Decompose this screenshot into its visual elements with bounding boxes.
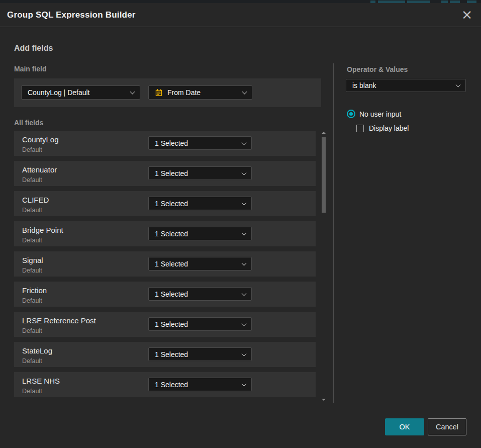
field-subtitle: Default (22, 207, 42, 214)
chevron-down-icon (242, 381, 247, 386)
chevron-down-icon (242, 200, 247, 205)
field-select-value: From Date (167, 88, 201, 97)
field-row: StateLog Default 1 Selected (14, 342, 316, 367)
dialog-group-sql-expression-builder: Group SQL Expression Builder × Add field… (0, 0, 481, 448)
field-selected-dropdown[interactable]: 1 Selected (148, 287, 252, 301)
field-subtitle: Default (22, 146, 42, 153)
field-selected-dropdown[interactable]: 1 Selected (148, 227, 252, 240)
checkbox-unchecked-icon[interactable] (356, 125, 364, 132)
layer-select-value: CountyLog | Default (28, 88, 90, 97)
field-selected-value: 1 Selected (155, 290, 188, 298)
field-selected-dropdown[interactable]: 1 Selected (148, 317, 252, 331)
field-name: LRSE NHS (22, 377, 60, 385)
field-name: LRSE Reference Post (22, 316, 96, 325)
field-row: CLIFED Default 1 Selected (14, 191, 316, 216)
chevron-down-icon (242, 291, 247, 296)
titlebar-divider (0, 27, 481, 27)
operator-select-value: is blank (352, 81, 376, 89)
field-row: CountyLog Default 1 Selected (14, 131, 316, 156)
ok-button[interactable]: OK (385, 418, 424, 435)
chevron-down-icon (242, 321, 247, 326)
scroll-down-icon[interactable] (322, 399, 326, 401)
chevron-down-icon (242, 89, 247, 95)
dialog-titlebar: Group SQL Expression Builder × (0, 3, 481, 27)
field-selected-value: 1 Selected (155, 139, 188, 147)
operator-select[interactable]: is blank (346, 79, 466, 92)
radio-selected-icon[interactable] (347, 110, 355, 118)
scrollbar-thumb[interactable] (322, 137, 326, 213)
field-selected-dropdown[interactable]: 1 Selected (148, 378, 252, 391)
chevron-down-icon (130, 89, 135, 95)
field-name: StateLog (22, 346, 52, 355)
field-row: Bridge Point Default 1 Selected (14, 221, 316, 246)
no-user-input-option[interactable]: No user input (347, 110, 401, 118)
dialog-title: Group SQL Expression Builder (7, 3, 136, 27)
field-name: Attenuator (22, 165, 57, 174)
all-fields-list: CountyLog Default 1 Selected Attenuator … (14, 131, 316, 397)
add-fields-heading: Add fields (14, 44, 53, 53)
field-row: LRSE Reference Post Default 1 Selected (14, 312, 316, 337)
field-selected-value: 1 Selected (155, 169, 188, 177)
main-field-layer-select[interactable]: CountyLog | Default (21, 85, 140, 100)
chevron-down-icon (242, 230, 247, 235)
operator-values-label: Operator & Values (347, 65, 408, 73)
field-selected-value: 1 Selected (155, 200, 188, 208)
cancel-button[interactable]: Cancel (428, 418, 466, 435)
field-selected-dropdown[interactable]: 1 Selected (148, 136, 252, 150)
main-field-label: Main field (14, 65, 47, 73)
field-subtitle: Default (22, 327, 42, 334)
scroll-up-icon[interactable] (322, 132, 326, 134)
field-subtitle: Default (22, 357, 42, 365)
field-row: Attenuator Default 1 Selected (14, 161, 316, 186)
field-name: CLIFED (22, 196, 49, 204)
no-user-input-label: No user input (359, 110, 401, 118)
chevron-down-icon (242, 140, 247, 145)
field-selected-dropdown[interactable]: 1 Selected (148, 197, 252, 210)
main-field-field-select[interactable]: From Date (148, 85, 252, 100)
field-row: Friction Default 1 Selected (14, 282, 316, 307)
field-selected-dropdown[interactable]: 1 Selected (148, 166, 252, 180)
field-name: Signal (22, 256, 43, 264)
chevron-down-icon (242, 351, 247, 356)
field-subtitle: Default (22, 388, 42, 395)
all-fields-label: All fields (14, 119, 43, 127)
field-selected-value: 1 Selected (155, 320, 188, 328)
field-row: Signal Default 1 Selected (14, 251, 316, 277)
field-subtitle: Default (22, 237, 42, 244)
field-selected-dropdown[interactable]: 1 Selected (148, 257, 252, 271)
display-label-text: Display label (369, 124, 409, 132)
display-label-option[interactable]: Display label (356, 124, 409, 132)
field-subtitle: Default (22, 176, 42, 184)
panel-divider (333, 63, 334, 403)
chevron-down-icon (242, 170, 247, 175)
chevron-down-icon (456, 82, 461, 87)
fields-scrollbar[interactable] (320, 130, 327, 404)
chevron-down-icon (242, 260, 247, 265)
field-selected-dropdown[interactable]: 1 Selected (148, 347, 252, 361)
field-selected-value: 1 Selected (155, 381, 188, 389)
field-name: CountyLog (22, 135, 59, 144)
field-selected-value: 1 Selected (155, 350, 188, 359)
field-subtitle: Default (22, 297, 42, 304)
field-row: LRSE NHS Default 1 Selected (14, 372, 316, 397)
calendar-icon (155, 88, 163, 97)
field-name: Bridge Point (22, 226, 63, 234)
close-icon[interactable]: × (459, 6, 474, 23)
field-name: Friction (22, 286, 47, 295)
field-subtitle: Default (22, 267, 42, 274)
field-selected-value: 1 Selected (155, 230, 188, 238)
field-selected-value: 1 Selected (155, 260, 188, 268)
